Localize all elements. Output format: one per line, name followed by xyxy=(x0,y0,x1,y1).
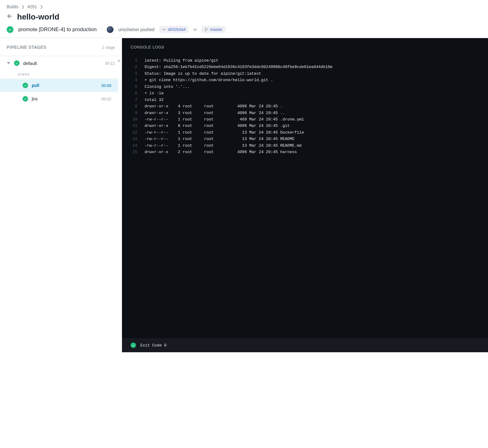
step-name: pull xyxy=(32,83,98,88)
log-line: 13-rw-r--r-- 1 root root 13 Mar 24 20:45… xyxy=(131,136,479,142)
log-line-number: 9 xyxy=(131,110,137,116)
status-success-icon xyxy=(23,83,28,88)
page-title: hello-world xyxy=(17,12,59,22)
log-line-number: 3 xyxy=(131,70,137,77)
console-footer: Exit Code 0 xyxy=(122,338,488,352)
log-line-text: drwxr-xr-x 2 root root 4096 Mar 24 20:45… xyxy=(145,149,479,155)
log-line-text: + ls -la xyxy=(145,90,479,96)
breadcrumb-root[interactable]: Builds xyxy=(7,4,18,9)
console-header: CONSOLE LOGS xyxy=(122,38,488,55)
svg-point-6 xyxy=(207,28,208,29)
pipeline-header-label: PIPELINE STAGES xyxy=(7,45,46,50)
log-line-number: 13 xyxy=(131,136,137,142)
log-line: 14-rw-r--r-- 1 root root 13 Mar 24 20:45… xyxy=(131,142,479,149)
log-line-number: 11 xyxy=(131,123,137,129)
svg-point-5 xyxy=(205,30,206,31)
stage-row-default[interactable]: default 00:11 xyxy=(0,56,122,70)
log-line-number: 6 xyxy=(131,90,137,96)
status-success-icon xyxy=(23,96,28,102)
log-line: 5Cloning into '.'... xyxy=(131,84,479,90)
log-line-text: -rw-r--r-- 1 root root 13 Mar 24 20:45 D… xyxy=(145,129,479,136)
log-line-text: + git clone https://github.com/drone/hel… xyxy=(145,77,479,83)
log-line-number: 4 xyxy=(131,77,137,83)
log-line-number: 8 xyxy=(131,103,137,109)
log-line: 2Digest: sha256:1eb7b41cd5226ebe64d1636c… xyxy=(131,64,479,70)
pipeline-stage-count: 1 stage xyxy=(102,45,115,50)
log-line-text: drwxr-xr-x 3 root root 4096 Mar 24 20:45… xyxy=(145,110,479,116)
branch-pill[interactable]: master xyxy=(202,26,225,33)
log-line: 3Status: Image is up to date for alpine/… xyxy=(131,70,479,77)
log-line: 7total 32 xyxy=(131,97,479,103)
log-area[interactable]: 1latest: Pulling from alpine/git2Digest:… xyxy=(122,55,488,338)
actor-text: urischeiner pushed xyxy=(118,27,154,32)
scroll-up-icon[interactable] xyxy=(117,59,120,62)
commit-pill[interactable]: d032b3a4 xyxy=(159,26,188,33)
stage-duration: 00:11 xyxy=(105,61,115,66)
log-line-number: 1 xyxy=(131,57,137,64)
log-line-text: -rw-r--r-- 1 root root 469 Mar 24 20:45 … xyxy=(145,116,479,123)
svg-point-4 xyxy=(205,28,206,28)
back-arrow-icon[interactable] xyxy=(7,13,13,21)
title-row: hello-world xyxy=(0,11,488,25)
log-line: 6+ ls -la xyxy=(131,90,479,96)
log-line-text: latest: Pulling from alpine/git xyxy=(145,57,479,64)
log-line: 8drwxr-xr-x 4 root root 4096 Mar 24 20:4… xyxy=(131,103,479,109)
step-row-jira[interactable]: jira00:02 xyxy=(0,92,118,105)
log-line-text: total 32 xyxy=(145,97,479,103)
log-line-number: 10 xyxy=(131,116,137,123)
log-line-number: 12 xyxy=(131,129,137,136)
log-line: 12-rw-r--r-- 1 root root 13 Mar 24 20:45… xyxy=(131,129,479,136)
branch-icon xyxy=(205,28,208,31)
status-success-icon xyxy=(131,342,136,348)
commit-hash: d032b3a4 xyxy=(168,27,185,32)
log-line-number: 5 xyxy=(131,84,137,90)
chevron-down-icon xyxy=(7,61,10,66)
avatar xyxy=(107,26,113,33)
log-line-text: -rw-r--r-- 1 root root 13 Mar 24 20:45 R… xyxy=(145,142,479,149)
pipeline-pane: PIPELINE STAGES 1 stage default 00:11 ST… xyxy=(0,38,122,352)
to-label: to xyxy=(193,27,197,32)
log-line-text: drwxr-xr-x 8 root root 4096 Mar 24 20:45… xyxy=(145,123,479,129)
steps-label: STEPS xyxy=(0,70,117,78)
commit-icon xyxy=(162,28,166,31)
status-success-icon xyxy=(7,26,13,33)
log-line-number: 7 xyxy=(131,97,137,103)
subheader: promote [DRONE-4} to production urischei… xyxy=(0,25,488,38)
log-line-text: Status: Image is up to date for alpine/g… xyxy=(145,70,479,77)
log-line: 4+ git clone https://github.com/drone/he… xyxy=(131,77,479,83)
status-success-icon xyxy=(14,60,20,66)
pipeline-header: PIPELINE STAGES 1 stage xyxy=(0,38,122,56)
chevron-right-icon: ❯ xyxy=(40,5,43,9)
log-line-number: 14 xyxy=(131,142,137,149)
step-row-pull[interactable]: pull00:08 xyxy=(0,79,118,92)
log-line-text: -rw-r--r-- 1 root root 13 Mar 24 20:45 R… xyxy=(145,136,479,142)
breadcrumb-build-id[interactable]: #251 xyxy=(27,4,37,9)
log-line: 11drwxr-xr-x 8 root root 4096 Mar 24 20:… xyxy=(131,123,479,129)
svg-point-1 xyxy=(164,29,165,30)
promote-text: promote [DRONE-4} to production xyxy=(18,27,97,33)
log-line-text: Cloning into '.'... xyxy=(145,84,479,90)
branch-name: master xyxy=(210,27,222,32)
stage-name: default xyxy=(23,61,101,66)
breadcrumb: Builds ❯ #251 ❯ xyxy=(0,0,488,11)
exit-code-label: Exit Code 0 xyxy=(140,343,167,348)
log-line: 9drwxr-xr-x 3 root root 4096 Mar 24 20:4… xyxy=(131,110,479,116)
console-pane: CONSOLE LOGS 1latest: Pulling from alpin… xyxy=(122,38,488,352)
divider xyxy=(102,26,102,33)
log-line: 1latest: Pulling from alpine/git xyxy=(131,57,479,64)
log-line: 15drwxr-xr-x 2 root root 4096 Mar 24 20:… xyxy=(131,149,479,155)
step-name: jira xyxy=(32,96,98,101)
log-line-text: Digest: sha256:1eb7b41cd5226ebe64d1636c4… xyxy=(145,64,479,70)
step-duration: 00:08 xyxy=(101,83,111,88)
log-line-number: 2 xyxy=(131,64,137,70)
log-line-number: 15 xyxy=(131,149,137,155)
log-line: 10-rw-r--r-- 1 root root 469 Mar 24 20:4… xyxy=(131,116,479,123)
chevron-right-icon: ❯ xyxy=(21,5,24,9)
step-duration: 00:02 xyxy=(101,97,111,101)
log-line-text: drwxr-xr-x 4 root root 4096 Mar 24 20:45… xyxy=(145,103,479,109)
